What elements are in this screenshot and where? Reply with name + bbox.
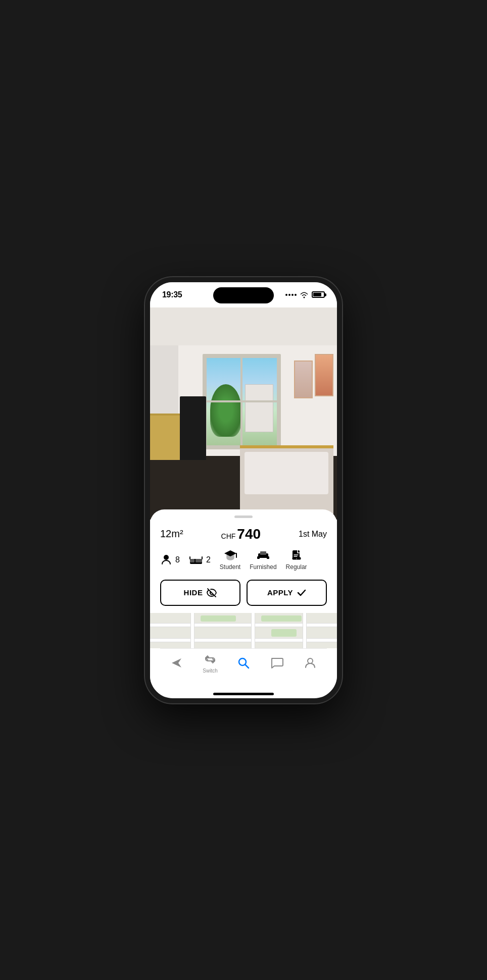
- bed-pillow: [245, 452, 329, 495]
- apply-label: APPLY: [267, 588, 293, 597]
- message-icon: [270, 656, 283, 669]
- map-strip[interactable]: [150, 613, 337, 648]
- profile-icon: [304, 656, 317, 669]
- furnished-item: Furnished: [250, 549, 276, 571]
- home-indicator: [213, 693, 274, 695]
- map-road-4: [251, 613, 255, 648]
- map-road-5: [303, 613, 307, 648]
- svg-rect-10: [260, 551, 266, 555]
- wifi-icon: [300, 291, 309, 298]
- tenants-count: 8: [175, 555, 180, 564]
- tab-item-profile[interactable]: [295, 656, 325, 669]
- search-icon: [237, 656, 250, 669]
- map-road-3: [190, 613, 194, 648]
- furnished-label: Furnished: [250, 563, 276, 571]
- document-icon: ≡: [290, 549, 303, 561]
- battery-icon: [312, 291, 325, 298]
- poster-2: [294, 360, 313, 399]
- icons-row: 8 2: [160, 549, 327, 571]
- map-road-2: [150, 638, 337, 642]
- rooms-count: 2: [206, 555, 211, 564]
- price-currency: CHF: [221, 532, 236, 540]
- svg-rect-8: [257, 556, 260, 559]
- hide-button[interactable]: HIDE: [160, 580, 240, 606]
- tab-item-explore[interactable]: [162, 656, 192, 669]
- bottom-panel: 12m² CHF 740 1st May 8: [150, 509, 337, 684]
- status-time: 19:35: [162, 290, 182, 299]
- switch-tab-label: Switch: [203, 668, 217, 674]
- window-frame-v: [240, 358, 242, 445]
- scroll-area[interactable]: 12m² CHF 740 1st May 8: [150, 307, 337, 698]
- buttons-row: HIDE APPLY: [160, 580, 327, 606]
- switch-icon: [204, 653, 217, 666]
- person-icon: [160, 554, 172, 566]
- signal-dot-2: [288, 294, 290, 296]
- tab-item-messages[interactable]: [262, 656, 292, 669]
- tab-bar: Switch: [160, 648, 327, 684]
- map-green-2: [271, 629, 297, 637]
- status-icons: [285, 291, 325, 298]
- bed-icon: [189, 554, 203, 566]
- checkmark-icon: [297, 588, 306, 597]
- map-green-1: [201, 615, 236, 622]
- signal-dot-4: [295, 294, 297, 296]
- price-amount: 740: [237, 526, 261, 542]
- signal-strength: [285, 294, 297, 296]
- svg-rect-9: [267, 556, 269, 559]
- signal-dot-1: [285, 294, 287, 296]
- eye-off-icon: [207, 588, 217, 598]
- apply-button[interactable]: APPLY: [247, 580, 327, 606]
- phone-frame: 19:35: [145, 277, 342, 703]
- bed: [240, 445, 333, 520]
- info-row: 12m² CHF 740 1st May: [160, 526, 327, 542]
- graduation-icon: [223, 549, 237, 561]
- signal-dot-3: [291, 294, 294, 296]
- window-tree: [210, 384, 242, 437]
- tenants-item: 8: [160, 554, 180, 566]
- poster-1: [315, 354, 333, 396]
- available-date: 1st May: [299, 530, 327, 539]
- student-label: Student: [220, 563, 240, 571]
- svg-point-18: [308, 658, 313, 663]
- room-photo: [150, 307, 337, 520]
- window: [203, 354, 281, 449]
- tab-item-switch[interactable]: Switch: [195, 653, 225, 674]
- rooms-item: 2: [189, 554, 211, 566]
- svg-rect-1: [190, 559, 194, 562]
- student-item: Student: [220, 549, 240, 571]
- dynamic-island: [213, 287, 274, 303]
- window-building: [245, 384, 273, 432]
- regular-item: ≡ Regular: [286, 549, 307, 571]
- ceiling: [150, 307, 337, 346]
- regular-label: Regular: [286, 563, 307, 571]
- map-green-3: [261, 615, 302, 622]
- map-road-1: [150, 623, 337, 627]
- chair: [180, 396, 206, 460]
- furnished-icon: [256, 549, 270, 561]
- room-scene: [150, 307, 337, 520]
- svg-rect-2: [196, 559, 202, 562]
- room-size: 12m²: [160, 528, 183, 540]
- svg-line-17: [246, 665, 249, 668]
- price-container: CHF 740: [221, 526, 261, 542]
- plane-icon: [170, 656, 183, 669]
- hide-label: HIDE: [184, 588, 203, 597]
- battery-fill: [313, 293, 321, 296]
- tab-item-search[interactable]: [228, 656, 259, 669]
- drag-handle: [234, 515, 253, 518]
